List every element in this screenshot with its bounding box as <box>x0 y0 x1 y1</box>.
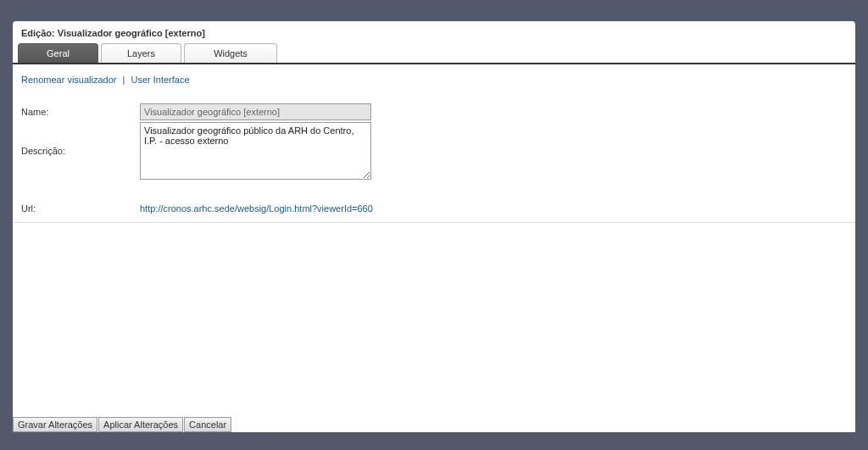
tab-layers[interactable]: Layers <box>101 43 181 63</box>
form: Name: Descrição: <box>13 95 855 188</box>
description-textarea[interactable] <box>140 122 371 180</box>
name-label: Name: <box>21 103 140 117</box>
divider <box>13 222 855 223</box>
save-button[interactable]: Gravar Alterações <box>13 417 97 432</box>
panel-title: Edição: Visualizador geográfico [externo… <box>13 21 855 43</box>
edit-panel: Edição: Visualizador geográfico [externo… <box>13 21 855 432</box>
apply-button[interactable]: Aplicar Alterações <box>98 417 183 432</box>
url-label: Url: <box>21 203 140 214</box>
rename-viewer-link[interactable]: Renomear visualizador <box>21 75 117 85</box>
toolbar-separator: | <box>123 75 125 85</box>
description-label: Descrição: <box>21 122 140 156</box>
sub-toolbar: Renomear visualizador | User Interface <box>13 64 855 95</box>
url-link[interactable]: http://cronos.arhc.sede/websig/Login.htm… <box>140 203 373 214</box>
user-interface-link[interactable]: User Interface <box>131 75 189 85</box>
row-name: Name: <box>21 103 847 120</box>
row-url: Url: http://cronos.arhc.sede/websig/Logi… <box>13 188 855 222</box>
cancel-button[interactable]: Cancelar <box>184 417 231 432</box>
name-input[interactable] <box>140 103 371 120</box>
row-description: Descrição: <box>21 122 847 180</box>
tab-geral[interactable]: Geral <box>18 43 98 63</box>
tab-widgets[interactable]: Widgets <box>184 43 277 63</box>
button-bar: Gravar Alterações Aplicar Alterações Can… <box>13 417 231 432</box>
tab-bar: Geral Layers Widgets <box>13 43 855 64</box>
